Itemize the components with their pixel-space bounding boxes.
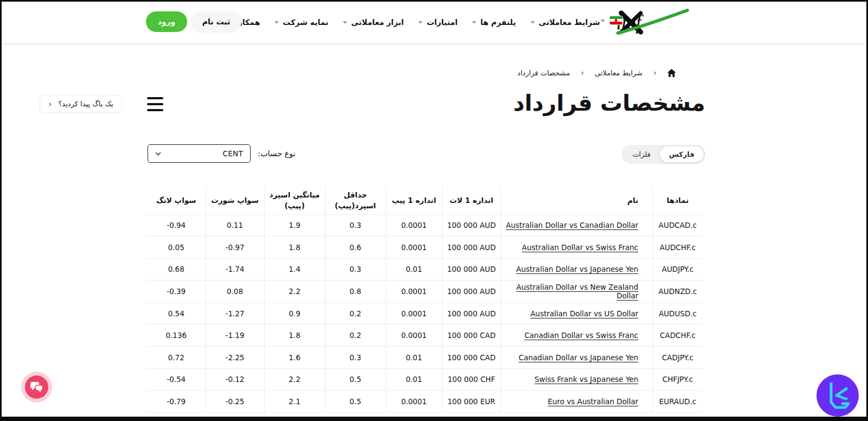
table-header-row: نمادها نام اندازه 1 لات اندازه 1 پیپ حدا… — [147, 187, 703, 214]
cell-lot-size: 100 000 AUD — [442, 237, 501, 259]
breadcrumb-separator: ‹ — [653, 68, 656, 77]
pair-link[interactable]: Australian Dollar vs US Dollar — [531, 309, 639, 318]
account-type-value: CENT — [222, 149, 243, 158]
cell-symbol: CADJPY.c — [653, 347, 703, 369]
cell-swap-long: 0.05 — [147, 237, 206, 259]
hamburger-menu-icon[interactable] — [147, 97, 163, 111]
cell-name: Swiss Frank vs Japanese Yen — [501, 368, 653, 391]
main-navigation: شرایط معاملاتی پلتفرم ها امتیازات ابزار … — [221, 0, 600, 44]
cell-avg-spread: 1.8 — [264, 324, 325, 347]
tab-forex[interactable]: فارکس — [660, 146, 704, 162]
cell-swap-long: 0.136 — [147, 324, 206, 347]
xchief-logo[interactable]: Chief — [616, 9, 689, 35]
nav-item-company-profile[interactable]: نمایه شرکت — [275, 18, 328, 27]
cell-pip-size: 0.01 — [386, 347, 442, 369]
contract-specifications-table: نمادها نام اندازه 1 لات اندازه 1 پیپ حدا… — [147, 187, 703, 413]
cell-min-spread: 0.3 — [325, 347, 386, 369]
cell-min-spread: 0.6 — [325, 237, 386, 259]
header-name: نام — [501, 187, 653, 214]
header-min-spread: حداقل اسپرد(پیپ) — [325, 187, 386, 214]
cell-swap-long: -0.94 — [147, 214, 206, 237]
pair-link[interactable]: Australian Dollar vs New Zealand Dollar — [505, 283, 639, 300]
cell-min-spread: 0.5 — [325, 391, 386, 413]
breadcrumb-link-trading-conditions[interactable]: شرایط معاملاتی — [595, 69, 642, 77]
nav-item-trading-tools[interactable]: ابزار معاملاتی — [343, 18, 404, 27]
chat-icon — [25, 375, 48, 399]
bug-button-label: یک باگ پیدا کردید؟ — [58, 100, 113, 108]
cell-min-spread: 0.2 — [325, 302, 386, 324]
cell-swap-long: 0.68 — [147, 258, 206, 280]
table-row: AUDNZD.c Australian Dollar vs New Zealan… — [147, 280, 703, 303]
cell-pip-size: 0.0001 — [386, 237, 442, 259]
nav-item-platforms[interactable]: پلتفرم ها — [472, 18, 516, 27]
account-type-select[interactable]: CENT — [148, 144, 251, 163]
cell-swap-long: -0.79 — [147, 391, 206, 413]
chevron-down-icon — [418, 21, 423, 24]
cell-avg-spread: 1.6 — [264, 347, 325, 369]
cell-swap-short: -1.74 — [206, 258, 264, 280]
table-row: CADCHF.c Canadian Dollar vs Swiss Franc … — [147, 324, 703, 347]
header-symbols: نمادها — [653, 187, 703, 214]
chevron-down-icon — [155, 152, 161, 156]
header-pip-size: اندازه 1 پیپ — [386, 187, 442, 214]
cell-symbol: CHFJPY.c — [653, 368, 703, 391]
nav-label: شرایط معاملاتی — [539, 18, 600, 27]
cell-pip-size: 0.01 — [386, 258, 442, 280]
nav-label: امتیازات — [426, 18, 457, 27]
chevron-down-icon — [601, 20, 605, 22]
register-button[interactable]: ثبت نام — [191, 11, 241, 32]
breadcrumb: ‹ شرایط معاملاتی ‹ مشخصات قرارداد — [518, 68, 676, 77]
breadcrumb-current-page: مشخصات قرارداد — [518, 69, 570, 77]
chevron-down-icon — [275, 21, 279, 24]
pair-link[interactable]: Canadian Dollar vs Japanese Yen — [519, 353, 638, 362]
cell-pip-size: 0.0001 — [386, 324, 442, 347]
cell-symbol: AUDNZD.c — [653, 280, 703, 303]
cell-swap-short: 0.11 — [206, 214, 264, 237]
chevron-left-icon: ‹ — [48, 100, 52, 109]
pair-link[interactable]: Canadian Dollar vs Swiss Franc — [525, 331, 639, 340]
page-title: مشخصات قرارداد — [513, 90, 705, 116]
iran-flag-icon — [609, 16, 623, 25]
cell-name: Euro vs Australian Dollar — [501, 391, 653, 413]
cell-lot-size: 100 000 AUD — [442, 302, 501, 324]
pair-link[interactable]: Euro vs Australian Dollar — [548, 397, 639, 406]
header-lot-size: اندازه 1 لات — [442, 187, 501, 214]
site-watermark-logo — [816, 374, 859, 417]
cell-lot-size: 100 000 AUD — [442, 258, 501, 280]
table-row: CHFJPY.c Swiss Frank vs Japanese Yen 100… — [147, 368, 703, 391]
cell-name: Canadian Dollar vs Japanese Yen — [501, 347, 653, 369]
pair-link[interactable]: Australian Dollar vs Swiss Franc — [522, 243, 638, 252]
nav-label: نمایه شرکت — [283, 18, 328, 27]
cell-avg-spread: 1.9 — [264, 214, 325, 237]
login-button[interactable]: ورود — [146, 11, 187, 32]
report-bug-button[interactable]: یک باگ پیدا کردید؟ ‹ — [40, 95, 122, 113]
breadcrumb-separator: ‹ — [581, 68, 584, 77]
tab-metals[interactable]: فلزات — [623, 146, 660, 162]
nav-item-trading-conditions[interactable]: شرایط معاملاتی — [531, 18, 600, 27]
table-row: AUDUSD.c Australian Dollar vs US Dollar … — [147, 302, 703, 324]
cell-symbol: CADCHF.c — [653, 324, 703, 347]
top-navigation-bar: Chief شرایط معاملاتی پلتفرم ها امتیازات … — [0, 0, 868, 44]
cell-avg-spread: 0.9 — [264, 302, 325, 324]
nav-item-advantages[interactable]: امتیازات — [418, 18, 457, 27]
cell-swap-short: -0.25 — [206, 391, 264, 413]
language-selector[interactable] — [601, 16, 623, 25]
cell-swap-short: -0.12 — [206, 368, 264, 391]
cell-symbol: AUDCAD.c — [653, 214, 703, 237]
cell-swap-short: -0.97 — [206, 237, 264, 259]
chevron-down-icon — [531, 21, 535, 24]
pair-link[interactable]: Australian Dollar vs Japanese Yen — [516, 265, 638, 273]
header-swap-short: سواپ شورت — [206, 187, 264, 214]
cell-pip-size: 0.01 — [386, 368, 442, 391]
cell-lot-size: 100 000 EUR — [442, 391, 501, 413]
cell-min-spread: 0.3 — [325, 258, 386, 280]
cell-avg-spread: 1.8 — [264, 237, 325, 259]
table-row: AUDCAD.c Australian Dollar vs Canadian D… — [147, 214, 703, 237]
pair-link[interactable]: Australian Dollar vs Canadian Dollar — [506, 221, 638, 229]
cell-lot-size: 100 000 AUD — [442, 280, 501, 303]
live-chat-button[interactable] — [21, 372, 52, 403]
home-icon[interactable] — [667, 69, 676, 77]
xchief-logo-graphic: Chief — [616, 9, 689, 35]
cell-lot-size: 100 000 AUD — [442, 214, 501, 237]
pair-link[interactable]: Swiss Frank vs Japanese Yen — [534, 375, 638, 384]
